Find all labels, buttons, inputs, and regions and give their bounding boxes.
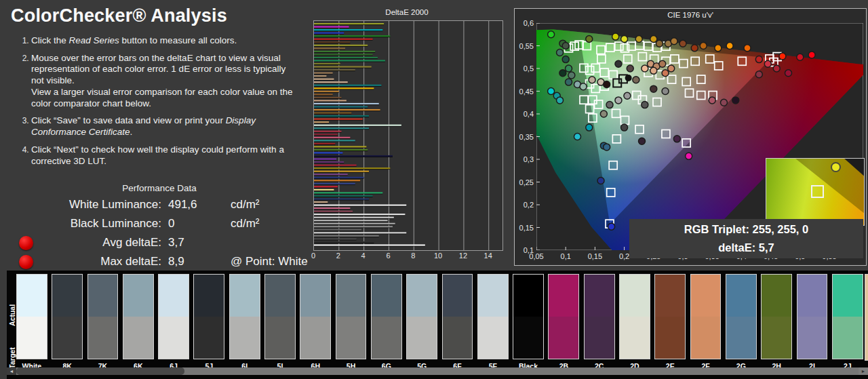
delta-e-error-bar[interactable] [314, 79, 334, 80]
delta-e-error-bar[interactable] [314, 167, 390, 169]
measured-point-marker [562, 43, 569, 49]
delta-e-error-bar[interactable] [314, 51, 375, 52]
delta-e-error-bar[interactable] [314, 73, 333, 74]
measured-point-marker [589, 77, 595, 83]
delta-e-error-bar[interactable] [314, 214, 405, 215]
cie-y-tick: 0,3 [515, 155, 534, 163]
delta-e-error-bar[interactable] [314, 85, 381, 86]
cie-readout: RGB Triplet: 255, 255, 0 deltaE: 5,7 [629, 219, 863, 258]
delta-e-error-bar[interactable] [314, 23, 384, 24]
delta-e-error-bar[interactable] [314, 47, 345, 49]
delta-e-error-bar[interactable] [314, 241, 374, 243]
delta-e-error-bar[interactable] [314, 183, 355, 184]
measured-point-marker [686, 153, 692, 159]
delta-e-error-bar[interactable] [314, 186, 338, 187]
delta-e-error-bar[interactable] [314, 189, 334, 191]
delta-e-error-bar[interactable] [314, 26, 349, 28]
performance-row: Avg deltaE:3,7 [0, 234, 313, 253]
delta-e-error-bar[interactable] [314, 131, 342, 132]
delta-e-error-bar[interactable] [314, 155, 393, 157]
delta-e-error-bar[interactable] [314, 134, 338, 135]
delta-e-error-bar[interactable] [314, 161, 344, 163]
measured-point-marker [574, 134, 580, 140]
delta-e-error-bar[interactable] [314, 97, 342, 98]
delta-e-error-bar[interactable] [314, 66, 372, 67]
delta-e-error-bar[interactable] [314, 109, 380, 111]
delta-e-error-bar[interactable] [314, 87, 374, 89]
scroll-left-button[interactable]: ◄ [7, 367, 16, 375]
delta-e-error-bar[interactable] [314, 220, 388, 221]
delta-e-error-bar[interactable] [314, 217, 394, 218]
delta-e-error-bar[interactable] [314, 63, 340, 64]
horizontal-scrollbar[interactable]: ◄ ► [7, 367, 868, 375]
delta-e-chart [313, 20, 503, 251]
delta-e-error-bar[interactable] [314, 115, 369, 117]
delta-e-error-bar[interactable] [314, 235, 379, 237]
delta-e-error-bar[interactable] [314, 100, 347, 101]
delta-e-error-bar[interactable] [314, 244, 425, 245]
metric-label: White Luminance: [0, 198, 161, 212]
instruction-item: Click “Next” to check how well the displ… [31, 144, 300, 167]
delta-e-error-bar[interactable] [314, 226, 393, 227]
delta-e-error-bar[interactable] [314, 195, 373, 197]
comparator-swatch: 2F [690, 274, 722, 370]
cie-y-tick: 0,4 [515, 110, 534, 118]
delta-e-error-bar[interactable] [314, 165, 357, 166]
delta-e-error-bar[interactable] [314, 103, 379, 104]
delta-e-error-bar[interactable] [314, 201, 328, 203]
delta-e-error-bar[interactable] [314, 205, 406, 206]
delta-e-error-bar[interactable] [314, 81, 348, 83]
delta-e-error-bar[interactable] [314, 112, 351, 113]
delta-e-error-bar[interactable] [314, 125, 401, 126]
delta-e-error-bar[interactable] [314, 106, 368, 107]
delta-e-error-bar[interactable] [314, 232, 406, 233]
scroll-right-button[interactable]: ► [859, 367, 868, 375]
delta-e-error-bar[interactable] [314, 35, 390, 37]
delta-e-error-bar[interactable] [314, 119, 363, 120]
measured-point-marker [639, 138, 646, 144]
cie-zoom-inset [766, 158, 865, 226]
delta-e-error-bar[interactable] [314, 207, 350, 209]
delta-e-error-bar[interactable] [314, 152, 342, 153]
delta-e-error-bar[interactable] [314, 41, 350, 43]
delta-e-error-bar[interactable] [314, 171, 369, 172]
delta-e-error-bar[interactable] [314, 127, 369, 129]
delta-e-error-bar[interactable] [314, 149, 368, 151]
delta-e-error-bar[interactable] [314, 54, 373, 55]
delta-e-error-bar[interactable] [314, 229, 361, 231]
delta-e-error-bar[interactable] [314, 146, 366, 147]
comparator-swatch: 5J [193, 274, 224, 370]
delta-e-error-bar[interactable] [314, 198, 369, 199]
delta-e-error-bar[interactable] [314, 180, 360, 181]
delta-e-error-bar[interactable] [314, 94, 333, 95]
delta-e-error-bar[interactable] [314, 29, 382, 31]
metric-value: 8,9 [168, 255, 184, 268]
scrollbar-thumb[interactable] [16, 367, 184, 375]
measured-point-marker [615, 97, 622, 104]
actual-color-patch [17, 275, 47, 317]
delta-e-error-bar[interactable] [314, 121, 329, 123]
delta-e-error-bar[interactable] [314, 33, 344, 34]
delta-e-error-bar[interactable] [314, 69, 355, 71]
delta-e-error-bar[interactable] [314, 223, 395, 224]
delta-e-error-bar[interactable] [314, 137, 350, 138]
delta-e-error-bar[interactable] [314, 192, 382, 193]
delta-e-error-bar[interactable] [314, 75, 326, 77]
measured-point-marker [568, 72, 575, 79]
delta-e-error-bar[interactable] [314, 238, 357, 239]
metric-value: 491,6 [168, 198, 197, 212]
delta-e-error-bar[interactable] [314, 45, 368, 46]
delta-e-error-bar[interactable] [314, 60, 385, 61]
delta-e-error-bar[interactable] [314, 174, 348, 175]
actual-color-patch [726, 275, 756, 317]
delta-e-error-bar[interactable] [314, 140, 355, 141]
delta-e-error-bar[interactable] [314, 91, 339, 92]
delta-e-error-bar[interactable] [314, 177, 364, 178]
measured-point-marker [673, 136, 680, 142]
comparator-swatch: 5I [264, 274, 296, 370]
delta-e-error-bar[interactable] [314, 211, 353, 212]
delta-e-error-bar[interactable] [314, 57, 378, 58]
delta-e-error-bar[interactable] [314, 39, 373, 40]
delta-e-error-bar[interactable] [314, 143, 335, 144]
delta-e-error-bar[interactable] [314, 159, 336, 160]
